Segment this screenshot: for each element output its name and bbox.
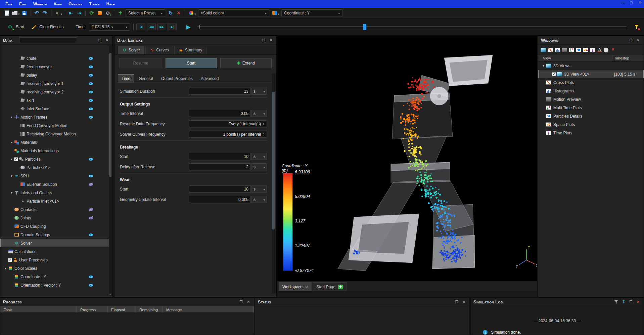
- eye-visible-icon[interactable]: [88, 98, 93, 103]
- eye-visible-icon[interactable]: [88, 64, 93, 69]
- delete-icon[interactable]: [175, 9, 183, 17]
- menu-item-tools[interactable]: Tools: [86, 2, 103, 6]
- start-page-add-icon[interactable]: [338, 285, 343, 289]
- subtab-general[interactable]: General: [135, 75, 156, 83]
- status-panel-close-icon[interactable]: [461, 299, 467, 305]
- status-panel-float-icon[interactable]: [454, 299, 459, 305]
- spinner-icon[interactable]: [263, 122, 265, 126]
- tree-item-particle-01[interactable]: Particle <01>: [0, 163, 108, 172]
- field-input-time-interval[interactable]: 0.05: [189, 110, 251, 117]
- eye-visible-icon[interactable]: [88, 73, 93, 78]
- editor-tab-solver[interactable]: Solver: [118, 46, 144, 54]
- scrollbar-thumb[interactable]: [272, 92, 275, 229]
- windows-item-histograms[interactable]: Histograms: [538, 87, 644, 95]
- tree-item-materials-interactions[interactable]: Materials Interactions: [0, 146, 108, 155]
- resume-button[interactable]: Resume: [119, 58, 162, 68]
- data-editors-float-icon[interactable]: [261, 38, 266, 43]
- eye-hidden-icon[interactable]: [88, 182, 93, 187]
- play-button[interactable]: [183, 23, 193, 31]
- tree-item-feed-conveyor[interactable]: feed conveyor: [0, 62, 108, 71]
- tree-item-cfd-coupling[interactable]: CFD Coupling: [0, 222, 108, 231]
- workspace-tab-close-icon[interactable]: [305, 285, 308, 289]
- eye-hidden-icon[interactable]: [88, 215, 93, 220]
- tree-item-color-scales[interactable]: ▾Color Scales: [0, 264, 108, 273]
- scrollbar-thumb[interactable]: [109, 53, 111, 177]
- particle-colors-icon[interactable]: [187, 9, 195, 17]
- tab-start-page[interactable]: Start Page: [313, 282, 347, 291]
- tree-item-materials[interactable]: ▸Materials: [0, 138, 108, 146]
- spinner-icon[interactable]: [263, 133, 265, 136]
- preset-combo[interactable]: Select a Preset: [126, 9, 165, 17]
- new-close-window-icon[interactable]: [610, 48, 616, 52]
- tree-item-sph[interactable]: ▾SPH: [0, 172, 108, 180]
- unit-dropdown-simulation-duration[interactable]: s: [251, 88, 267, 95]
- eye-visible-icon[interactable]: [88, 106, 93, 111]
- timeline-filter-icon[interactable]: [633, 23, 641, 31]
- log-close-icon[interactable]: [636, 299, 641, 305]
- windows-item-3d-views[interactable]: ▾3D Views: [538, 61, 644, 70]
- unit-dropdown-time-interval[interactable]: s: [251, 110, 267, 117]
- new-space-window-icon[interactable]: [583, 48, 588, 52]
- save-icon[interactable]: [20, 9, 29, 17]
- tree-item-chute[interactable]: chute: [0, 54, 108, 62]
- tree-item-user-processes[interactable]: User Processes: [0, 256, 108, 264]
- progress-panel-float-icon[interactable]: [238, 299, 244, 305]
- tree-item-orientation-vector-y[interactable]: Orientation : Vector : Y: [0, 281, 108, 289]
- windows-panel-close-icon[interactable]: [636, 38, 641, 43]
- scroll-down-icon[interactable]: [109, 292, 112, 296]
- skip-to-end-button[interactable]: [168, 24, 177, 30]
- tree-item-receiving-conveyor-2[interactable]: receiving conveyor 2: [0, 88, 108, 96]
- visibility-checkbox[interactable]: [8, 258, 12, 262]
- viewport-3d-canvas[interactable]: Y X Z Coordinate : Y (m) 6.931085.029043…: [277, 36, 537, 281]
- data-search-input[interactable]: [19, 37, 77, 43]
- tree-item-inlet-surface[interactable]: Inlet Surface: [0, 104, 108, 113]
- tree-expand-icon[interactable]: ▸: [9, 140, 14, 144]
- eye-visible-icon[interactable]: [88, 81, 93, 86]
- tree-expand-icon[interactable]: ▾: [9, 174, 14, 178]
- menu-item-help[interactable]: Help: [103, 2, 118, 6]
- refresh-loop-icon[interactable]: [88, 9, 96, 17]
- clear-results-button[interactable]: Clear Results: [27, 22, 66, 32]
- editor-tab-curves[interactable]: Curves: [145, 46, 173, 54]
- data-editors-close-icon[interactable]: [268, 38, 274, 43]
- next-frame-button[interactable]: [157, 24, 166, 30]
- progress-panel-close-icon[interactable]: [246, 299, 251, 305]
- previous-frame-button[interactable]: [147, 24, 156, 30]
- data-panel-close-icon[interactable]: [104, 38, 110, 43]
- tree-item-particles[interactable]: ▾Particles: [0, 155, 108, 163]
- new-annotation-window-icon[interactable]: [597, 48, 602, 52]
- coordinate-combo[interactable]: Coordinate : Y: [281, 9, 342, 17]
- eye-hidden-icon[interactable]: [88, 207, 93, 212]
- open-folder-icon[interactable]: [11, 9, 19, 17]
- field-input-delay-after-release[interactable]: 2: [189, 163, 251, 170]
- windows-item-particles-details[interactable]: Particles Details: [538, 112, 644, 120]
- tree-item-skirt[interactable]: skirt: [0, 96, 108, 104]
- unit-dropdown-start[interactable]: s: [251, 153, 267, 160]
- eye-visible-icon[interactable]: [88, 115, 93, 120]
- time-combo[interactable]: [103] 5.15 s: [89, 23, 130, 31]
- new-particles-window-icon[interactable]: [576, 48, 581, 52]
- new-multi-window-icon[interactable]: [569, 48, 574, 52]
- timeline-track[interactable]: [197, 23, 627, 31]
- menu-item-file[interactable]: File: [2, 2, 16, 6]
- eye-visible-icon[interactable]: [88, 56, 93, 61]
- menu-item-window[interactable]: Window: [30, 2, 50, 6]
- windows-item-space-plots[interactable]: Space Plots: [538, 120, 644, 129]
- log-filter-icon[interactable]: [613, 299, 619, 305]
- undo-icon[interactable]: [33, 9, 41, 17]
- visibility-checkbox[interactable]: [14, 157, 18, 161]
- tree-item-joints[interactable]: Joints: [0, 214, 108, 222]
- data-panel-float-icon[interactable]: [97, 38, 102, 43]
- field-input-simulation-duration[interactable]: 13: [189, 88, 251, 95]
- eye-visible-icon[interactable]: [88, 283, 93, 288]
- new-motion-window-icon[interactable]: [562, 48, 567, 52]
- tree-item-receiving-conveyor-motion[interactable]: Receiving Conveyor Motion: [0, 130, 108, 138]
- refresh-icon[interactable]: [167, 9, 175, 17]
- next-view-icon[interactable]: [75, 9, 83, 17]
- redo-icon[interactable]: [41, 9, 49, 17]
- maximize-icon[interactable]: [629, 1, 634, 4]
- windows-item-cross-plots[interactable]: Cross Plots: [538, 78, 644, 87]
- field-input-start[interactable]: 10: [189, 185, 251, 193]
- eye-visible-icon[interactable]: [88, 274, 93, 279]
- new-file-icon[interactable]: [3, 9, 11, 17]
